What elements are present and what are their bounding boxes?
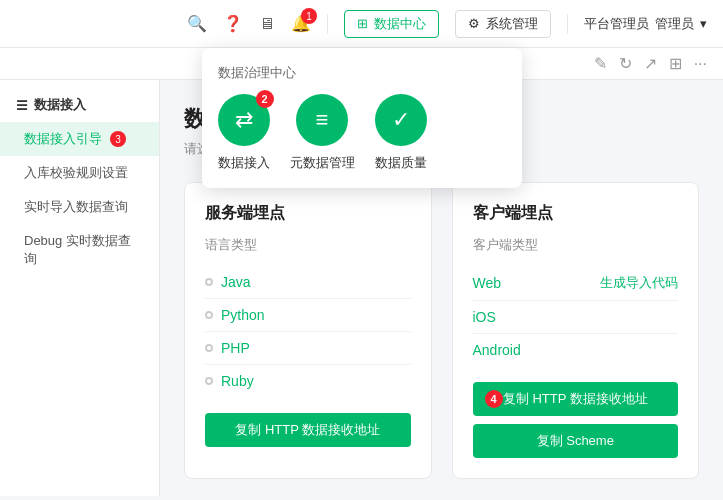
dropdown-item-metadata[interactable]: ≡ 元数据管理 bbox=[290, 94, 355, 172]
lang-label-java: Java bbox=[221, 274, 251, 290]
header: 🔍 ❓ 🖥 🔔 1 ⊞ 数据中心 ⚙ 系统管理 平台管理员 管理员 ▾ 数据治理… bbox=[0, 0, 723, 48]
sidebar: ☰ 数据接入 数据接入引导 3 入库校验规则设置 实时导入数据查询 Debug … bbox=[0, 80, 160, 496]
client-list: Web 生成导入代码 iOS Android bbox=[473, 266, 679, 366]
client-item-android[interactable]: Android bbox=[473, 334, 679, 366]
sidebar-item-debug[interactable]: Debug 实时数据查询 bbox=[0, 224, 159, 276]
client-item-web[interactable]: Web 生成导入代码 bbox=[473, 266, 679, 301]
dropdown-item-data-access[interactable]: ⇄ 2 数据接入 bbox=[218, 94, 270, 172]
dropdown-item-quality[interactable]: ✓ 数据质量 bbox=[375, 94, 427, 172]
client-label-android: Android bbox=[473, 342, 521, 358]
client-action-web[interactable]: 生成导入代码 bbox=[600, 274, 678, 292]
copy-http-client-label: 复制 HTTP 数据接收地址 bbox=[503, 390, 648, 408]
data-center-label: 数据中心 bbox=[374, 15, 426, 33]
search-icon[interactable]: 🔍 bbox=[187, 14, 207, 33]
copy-scheme-label: 复制 Scheme bbox=[537, 432, 614, 450]
sidebar-group-label: 数据接入 bbox=[34, 96, 86, 114]
sidebar-badge: 3 bbox=[110, 131, 126, 147]
client-item-ios[interactable]: iOS bbox=[473, 301, 679, 334]
sidebar-item-realtime[interactable]: 实时导入数据查询 bbox=[0, 190, 159, 224]
lang-dot-java bbox=[205, 278, 213, 286]
notification-count: 1 bbox=[301, 8, 317, 24]
lang-dot-ruby bbox=[205, 377, 213, 385]
lang-item-python[interactable]: Python bbox=[205, 299, 411, 332]
dropdown-menu: 数据治理中心 ⇄ 2 数据接入 ≡ 元数据管理 ✓ 数据质量 bbox=[202, 48, 522, 188]
server-card: 服务端埋点 语言类型 Java Python PHP bbox=[184, 182, 432, 479]
client-label-web: Web bbox=[473, 275, 502, 291]
header-divider-2 bbox=[567, 14, 568, 34]
user-name: 平台管理员 bbox=[584, 15, 649, 33]
copy-http-client-button[interactable]: 4 复制 HTTP 数据接收地址 bbox=[473, 382, 679, 416]
copy-scheme-button[interactable]: 复制 Scheme bbox=[473, 424, 679, 458]
sidebar-item-guide-label: 数据接入引导 bbox=[24, 130, 102, 148]
cards-row: 服务端埋点 语言类型 Java Python PHP bbox=[184, 182, 699, 479]
copy-http-server-button[interactable]: 复制 HTTP 数据接收地址 bbox=[205, 413, 411, 447]
menu-icon: ☰ bbox=[16, 98, 28, 113]
lang-item-ruby[interactable]: Ruby bbox=[205, 365, 411, 397]
lang-label-ruby: Ruby bbox=[221, 373, 254, 389]
dropdown-item-label-quality: 数据质量 bbox=[375, 154, 427, 172]
copy-http-server-label: 复制 HTTP 数据接收地址 bbox=[235, 421, 380, 439]
lang-label-php: PHP bbox=[221, 340, 250, 356]
client-card: 客户端埋点 客户端类型 Web 生成导入代码 iOS Android 4 bbox=[452, 182, 700, 479]
lang-dot-python bbox=[205, 311, 213, 319]
notification-badge-container[interactable]: 🔔 1 bbox=[291, 14, 311, 33]
gear-icon: ⚙ bbox=[468, 16, 480, 31]
sidebar-item-debug-label: Debug 实时数据查询 bbox=[24, 232, 143, 268]
share-icon[interactable]: ↗ bbox=[644, 54, 657, 73]
client-btn-badge: 4 bbox=[485, 390, 503, 408]
sidebar-group-title: ☰ 数据接入 bbox=[0, 88, 159, 122]
header-divider bbox=[327, 14, 328, 34]
quality-icon: ✓ bbox=[375, 94, 427, 146]
grid-icon[interactable]: ⊞ bbox=[669, 54, 682, 73]
lang-item-java[interactable]: Java bbox=[205, 266, 411, 299]
client-label-ios: iOS bbox=[473, 309, 496, 325]
data-center-button[interactable]: ⊞ 数据中心 bbox=[344, 10, 439, 38]
lang-item-php[interactable]: PHP bbox=[205, 332, 411, 365]
user-menu[interactable]: 平台管理员 管理员 ▾ bbox=[584, 15, 707, 33]
dropdown-items: ⇄ 2 数据接入 ≡ 元数据管理 ✓ 数据质量 bbox=[218, 94, 506, 172]
dropdown-title: 数据治理中心 bbox=[218, 64, 506, 82]
question-icon[interactable]: ❓ bbox=[223, 14, 243, 33]
more-icon[interactable]: ··· bbox=[694, 55, 707, 73]
refresh-icon[interactable]: ↻ bbox=[619, 54, 632, 73]
monitor-icon[interactable]: 🖥 bbox=[259, 15, 275, 33]
dropdown-badge: 2 bbox=[256, 90, 274, 108]
user-role: 管理员 bbox=[655, 15, 694, 33]
server-card-title: 服务端埋点 bbox=[205, 203, 411, 224]
lang-label-python: Python bbox=[221, 307, 265, 323]
sidebar-item-guide[interactable]: 数据接入引导 3 bbox=[0, 122, 159, 156]
client-card-subtitle: 客户端类型 bbox=[473, 236, 679, 254]
header-icons: 🔍 ❓ 🖥 🔔 1 ⊞ 数据中心 ⚙ 系统管理 平台管理员 管理员 ▾ bbox=[187, 10, 707, 38]
client-card-title: 客户端埋点 bbox=[473, 203, 679, 224]
lang-dot-php bbox=[205, 344, 213, 352]
edit-icon[interactable]: ✎ bbox=[594, 54, 607, 73]
metadata-icon: ≡ bbox=[296, 94, 348, 146]
sidebar-item-rules-label: 入库校验规则设置 bbox=[24, 164, 128, 182]
sidebar-item-realtime-label: 实时导入数据查询 bbox=[24, 198, 128, 216]
chevron-down-icon: ▾ bbox=[700, 16, 707, 31]
dropdown-item-label-data-access: 数据接入 bbox=[218, 154, 270, 172]
server-card-subtitle: 语言类型 bbox=[205, 236, 411, 254]
lang-list: Java Python PHP Ruby bbox=[205, 266, 411, 397]
grid-icon: ⊞ bbox=[357, 16, 368, 31]
dropdown-item-label-metadata: 元数据管理 bbox=[290, 154, 355, 172]
sidebar-item-rules[interactable]: 入库校验规则设置 bbox=[0, 156, 159, 190]
system-manage-button[interactable]: ⚙ 系统管理 bbox=[455, 10, 551, 38]
data-access-icon: ⇄ 2 bbox=[218, 94, 270, 146]
system-manage-label: 系统管理 bbox=[486, 15, 538, 33]
